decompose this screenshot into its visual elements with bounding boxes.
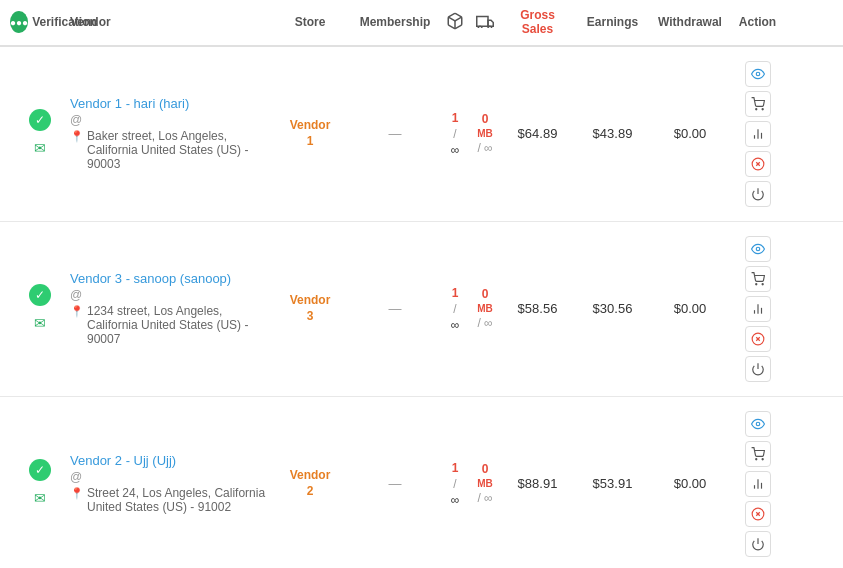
- ship-bottom-0: / ∞: [477, 141, 492, 155]
- check-icon-1: ✓: [29, 284, 51, 306]
- pkg-top-1: 1: [452, 286, 459, 300]
- view-button-0[interactable]: [745, 61, 771, 87]
- svg-point-5: [756, 72, 760, 76]
- withdrawal-value-0: $0.00: [674, 126, 707, 141]
- ship-mb-0: MB: [477, 128, 493, 139]
- membership-dash-0: —: [389, 126, 402, 141]
- pin-icon-1: 📍: [70, 305, 84, 318]
- withdrawal-value-2: $0.00: [674, 476, 707, 491]
- ship-top-1: 0: [482, 287, 489, 301]
- power-button-0[interactable]: [745, 181, 771, 207]
- svg-point-25: [756, 422, 760, 426]
- table-header: ●●● Verification Vendor Store Membership…: [0, 0, 843, 47]
- svg-marker-2: [488, 20, 493, 26]
- gross-sales-header-label: GrossSales: [500, 8, 575, 37]
- ship-cell-1: 0 MB / ∞: [470, 287, 500, 330]
- vendor-header-label: Vendor: [70, 15, 270, 29]
- gross-value-1: $58.56: [518, 301, 558, 316]
- pkg-bottom-0: ∞: [451, 143, 460, 157]
- store-cell-2: Vendor2: [270, 468, 350, 499]
- membership-header-label: Membership: [350, 15, 440, 29]
- verification-cell-1: ✓ ✉: [10, 284, 70, 334]
- mail-icon-0: ✉: [29, 137, 51, 159]
- pkg-top-0: 1: [452, 111, 459, 125]
- ship-cell-2: 0 MB / ∞: [470, 462, 500, 505]
- withdrawal-header-label: Withdrawal: [650, 15, 730, 29]
- store-label-2: Vendor2: [270, 468, 350, 499]
- table-row: ✓ ✉ Vendor 3 - sanoop (sanoop) @ 📍 1234 …: [0, 222, 843, 397]
- pkg-cell-2: 1 / ∞: [440, 461, 470, 507]
- vendor-address-text-0: Baker street, Los Angeles, California Un…: [87, 129, 270, 171]
- gross-value-2: $88.91: [518, 476, 558, 491]
- svg-point-15: [756, 247, 760, 251]
- earnings-cell-0: $43.89: [575, 126, 650, 141]
- membership-cell-0: —: [350, 126, 440, 141]
- membership-dash-1: —: [389, 301, 402, 316]
- table-row: ✓ ✉ Vendor 2 - Ujj (Ujj) @ 📍 Street 24, …: [0, 397, 843, 568]
- store-cell-0: Vendor1: [270, 118, 350, 149]
- cart-button-2[interactable]: [745, 441, 771, 467]
- vendor-address-0: 📍 Baker street, Los Angeles, California …: [70, 129, 270, 171]
- table-row: ✓ ✉ Vendor 1 - hari (hari) @ 📍 Baker str…: [0, 47, 843, 222]
- pkg-cell-1: 1 / ∞: [440, 286, 470, 332]
- action-cell-0: [730, 61, 785, 207]
- pin-icon-2: 📍: [70, 487, 84, 500]
- chart-button-2[interactable]: [745, 471, 771, 497]
- vendor-info-cell-0: Vendor 1 - hari (hari) @ 📍 Baker street,…: [70, 96, 270, 171]
- pkg-values-1: 1 / ∞: [440, 286, 470, 332]
- withdrawal-cell-0: $0.00: [650, 126, 730, 141]
- store-label-1: Vendor3: [270, 293, 350, 324]
- vendor-rows-container: ✓ ✉ Vendor 1 - hari (hari) @ 📍 Baker str…: [0, 47, 843, 568]
- store-cell-1: Vendor3: [270, 293, 350, 324]
- cancel-button-2[interactable]: [745, 501, 771, 527]
- ship-values-0: 0 MB / ∞: [470, 112, 500, 155]
- svg-point-17: [762, 283, 763, 284]
- pkg-values-0: 1 / ∞: [440, 111, 470, 157]
- vendor-name-1[interactable]: Vendor 3 - sanoop (sanoop): [70, 271, 270, 286]
- cart-button-1[interactable]: [745, 266, 771, 292]
- cart-button-0[interactable]: [745, 91, 771, 117]
- gross-cell-2: $88.91: [500, 476, 575, 491]
- cancel-button-1[interactable]: [745, 326, 771, 352]
- header-verification: ●●● Verification: [10, 11, 70, 33]
- vendor-address-1: 📍 1234 street, Los Angeles, California U…: [70, 304, 270, 346]
- pkg-header-icon: [440, 12, 470, 33]
- pkg-top-2: 1: [452, 461, 459, 475]
- chart-button-1[interactable]: [745, 296, 771, 322]
- svg-point-7: [762, 108, 763, 109]
- power-button-2[interactable]: [745, 531, 771, 557]
- vendor-name-2[interactable]: Vendor 2 - Ujj (Ujj): [70, 453, 270, 468]
- ship-cell-0: 0 MB / ∞: [470, 112, 500, 155]
- svg-rect-1: [477, 16, 488, 26]
- svg-point-6: [755, 108, 756, 109]
- view-button-1[interactable]: [745, 236, 771, 262]
- vendor-info-1: Vendor 3 - sanoop (sanoop) @ 📍 1234 stre…: [70, 271, 270, 346]
- earnings-value-0: $43.89: [593, 126, 633, 141]
- vendor-at-2: @: [70, 470, 270, 484]
- withdrawal-cell-2: $0.00: [650, 476, 730, 491]
- pin-icon-0: 📍: [70, 130, 84, 143]
- vendor-table: ●●● Verification Vendor Store Membership…: [0, 0, 843, 568]
- verification-cell-2: ✓ ✉: [10, 459, 70, 509]
- chart-button-0[interactable]: [745, 121, 771, 147]
- vendor-info-cell-1: Vendor 3 - sanoop (sanoop) @ 📍 1234 stre…: [70, 271, 270, 346]
- ship-mb-1: MB: [477, 303, 493, 314]
- action-buttons-1: [730, 236, 785, 382]
- ship-bottom-1: / ∞: [477, 316, 492, 330]
- svg-point-16: [755, 283, 756, 284]
- pkg-divider-1: /: [453, 302, 456, 316]
- ship-bottom-2: / ∞: [477, 491, 492, 505]
- ship-mb-2: MB: [477, 478, 493, 489]
- mail-icon-1: ✉: [29, 312, 51, 334]
- membership-dash-2: —: [389, 476, 402, 491]
- store-header-label: Store: [270, 15, 350, 29]
- earnings-value-1: $30.56: [593, 301, 633, 316]
- cancel-button-0[interactable]: [745, 151, 771, 177]
- membership-cell-2: —: [350, 476, 440, 491]
- vendor-name-0[interactable]: Vendor 1 - hari (hari): [70, 96, 270, 111]
- power-button-1[interactable]: [745, 356, 771, 382]
- vendor-at-1: @: [70, 288, 270, 302]
- gross-cell-0: $64.89: [500, 126, 575, 141]
- view-button-2[interactable]: [745, 411, 771, 437]
- vendor-info-2: Vendor 2 - Ujj (Ujj) @ 📍 Street 24, Los …: [70, 453, 270, 514]
